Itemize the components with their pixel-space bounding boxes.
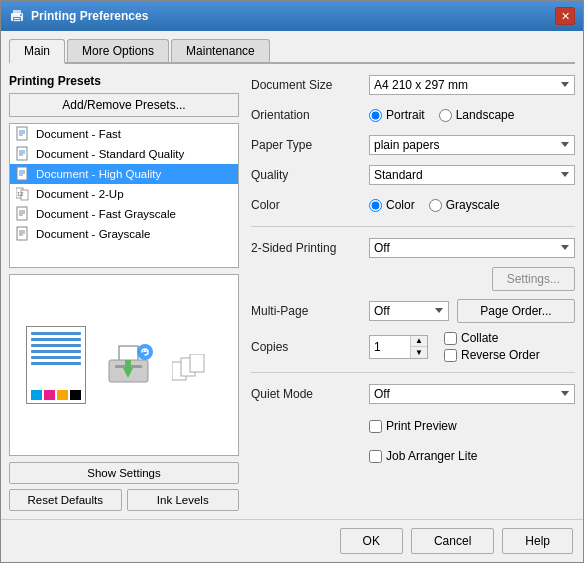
multi-page-label: Multi-Page: [251, 304, 361, 318]
reverse-order-checkbox[interactable]: [444, 349, 457, 362]
preset-standard-icon: [15, 146, 31, 162]
paper-type-select[interactable]: plain papers: [369, 135, 575, 155]
page-order-button[interactable]: Page Order...: [457, 299, 575, 323]
svg-point-5: [20, 14, 22, 16]
ok-button[interactable]: OK: [340, 528, 403, 554]
orientation-landscape[interactable]: Landscape: [439, 108, 515, 122]
preset-standard[interactable]: Document - Standard Quality: [10, 144, 238, 164]
color-color-radio[interactable]: [369, 199, 382, 212]
tab-more-options[interactable]: More Options: [67, 39, 169, 62]
preview-page: [26, 326, 86, 404]
preset-fast[interactable]: Document - Fast: [10, 124, 238, 144]
preset-fast-gray-icon: [15, 206, 31, 222]
preview-area: [9, 274, 239, 456]
close-button[interactable]: ✕: [555, 7, 575, 25]
svg-rect-1: [13, 10, 21, 15]
quality-row: Quality Standard: [251, 164, 575, 186]
color-row: Color Color Grayscale: [251, 194, 575, 216]
color-grayscale-radio[interactable]: [429, 199, 442, 212]
quiet-mode-row: Quiet Mode Off: [251, 383, 575, 405]
tab-main[interactable]: Main: [9, 39, 65, 64]
left-panel: Printing Presets Add/Remove Presets... D…: [9, 74, 239, 511]
title-bar-controls: ✕: [555, 7, 575, 25]
quality-select[interactable]: Standard: [369, 165, 575, 185]
svg-rect-33: [125, 360, 131, 372]
orientation-label: Orientation: [251, 108, 361, 122]
cancel-button[interactable]: Cancel: [411, 528, 494, 554]
quality-control: Standard: [369, 165, 575, 185]
preset-standard-label: Document - Standard Quality: [36, 148, 184, 160]
print-preview-checkbox[interactable]: [369, 420, 382, 433]
copies-svg: [172, 354, 222, 386]
paper-type-control: plain papers: [369, 135, 575, 155]
orientation-portrait[interactable]: Portrait: [369, 108, 425, 122]
job-arranger-control: Job Arranger Lite: [369, 449, 575, 463]
printer-svg: [101, 338, 156, 393]
orientation-landscape-radio[interactable]: [439, 109, 452, 122]
job-arranger-label[interactable]: Job Arranger Lite: [369, 449, 575, 463]
preset-gray-icon: [15, 226, 31, 242]
quality-label: Quality: [251, 168, 361, 182]
document-size-select[interactable]: A4 210 x 297 mm: [369, 75, 575, 95]
preset-2up-icon: 12: [15, 186, 31, 202]
window-content: Main More Options Maintenance Printing P…: [1, 31, 583, 519]
print-preview-row: Print Preview: [251, 415, 575, 437]
collate-label[interactable]: Collate: [444, 331, 540, 345]
color-grayscale[interactable]: Grayscale: [429, 198, 500, 212]
preset-high-label: Document - High Quality: [36, 168, 161, 180]
preset-fast-gray[interactable]: Document - Fast Grayscale: [10, 204, 238, 224]
reverse-order-label[interactable]: Reverse Order: [444, 348, 540, 362]
copies-controls: ▲ ▼ Collate Reverse Order: [369, 331, 575, 362]
title-bar-left: Printing Preferences: [9, 8, 148, 24]
preset-high-icon: [15, 166, 31, 182]
preset-2up[interactable]: 12 Document - 2-Up: [10, 184, 238, 204]
svg-rect-4: [14, 20, 20, 21]
orientation-portrait-radio[interactable]: [369, 109, 382, 122]
copies-label: Copies: [251, 340, 361, 354]
color-color[interactable]: Color: [369, 198, 415, 212]
svg-rect-38: [190, 354, 204, 372]
tab-maintenance[interactable]: Maintenance: [171, 39, 270, 62]
collate-checkbox[interactable]: [444, 332, 457, 345]
reset-defaults-button[interactable]: Reset Defaults: [9, 489, 122, 511]
copies-row: Copies ▲ ▼ Collate: [251, 331, 575, 362]
document-size-control: A4 210 x 297 mm: [369, 75, 575, 95]
quiet-mode-label: Quiet Mode: [251, 387, 361, 401]
svg-rect-2: [13, 17, 21, 22]
printer-icon: [9, 8, 25, 24]
preset-gray-label: Document - Grayscale: [36, 228, 150, 240]
preset-gray[interactable]: Document - Grayscale: [10, 224, 238, 244]
divider-1: [251, 226, 575, 227]
copies-checkboxes: Collate Reverse Order: [444, 331, 540, 362]
print-preview-control: Print Preview: [369, 419, 575, 433]
copies-input[interactable]: [370, 338, 410, 356]
job-arranger-checkbox[interactable]: [369, 450, 382, 463]
two-sided-select[interactable]: Off: [369, 238, 575, 258]
presets-list: Document - Fast Document - Standard Qual…: [9, 123, 239, 268]
preset-fast-gray-label: Document - Fast Grayscale: [36, 208, 176, 220]
multi-page-select[interactable]: Off: [369, 301, 449, 321]
settings-button[interactable]: Settings...: [492, 267, 575, 291]
two-sided-label: 2-Sided Printing: [251, 241, 361, 255]
copies-decrement[interactable]: ▼: [411, 347, 427, 358]
main-window: Printing Preferences ✕ Main More Options…: [0, 0, 584, 563]
bottom-btn-row: Reset Defaults Ink Levels: [9, 489, 239, 511]
left-bottom-buttons: Show Settings Reset Defaults Ink Levels: [9, 462, 239, 511]
copies-increment[interactable]: ▲: [411, 336, 427, 347]
quiet-mode-select[interactable]: Off: [369, 384, 575, 404]
preset-fast-label: Document - Fast: [36, 128, 121, 140]
paper-type-row: Paper Type plain papers: [251, 134, 575, 156]
document-size-label: Document Size: [251, 78, 361, 92]
show-settings-button[interactable]: Show Settings: [9, 462, 239, 484]
orientation-row: Orientation Portrait Landscape: [251, 104, 575, 126]
help-button[interactable]: Help: [502, 528, 573, 554]
svg-text:12: 12: [17, 191, 24, 197]
preset-high-quality[interactable]: Document - High Quality: [10, 164, 238, 184]
paper-type-label: Paper Type: [251, 138, 361, 152]
print-preview-label[interactable]: Print Preview: [369, 419, 575, 433]
section-title: Printing Presets: [9, 74, 239, 88]
right-panel: Document Size A4 210 x 297 mm Orientatio…: [251, 74, 575, 511]
add-presets-button[interactable]: Add/Remove Presets...: [9, 93, 239, 117]
two-sided-row: 2-Sided Printing Off: [251, 237, 575, 259]
ink-levels-button[interactable]: Ink Levels: [127, 489, 240, 511]
